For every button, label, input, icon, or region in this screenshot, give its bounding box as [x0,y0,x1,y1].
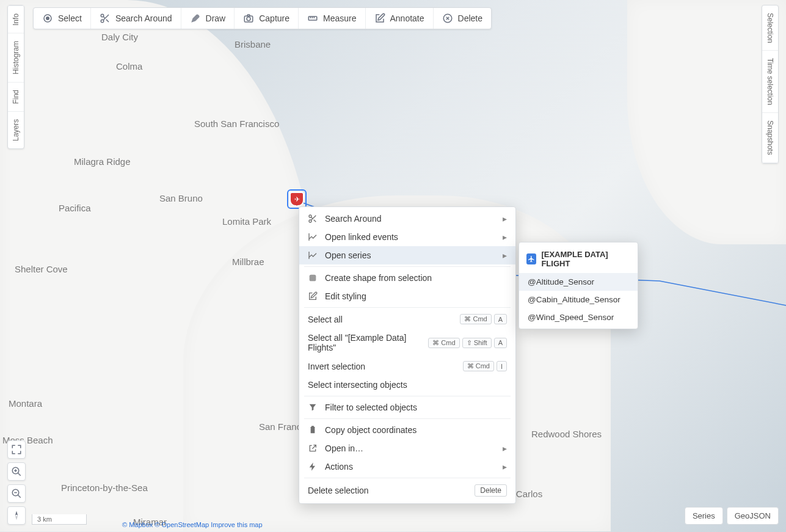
cm-label: Open series [325,250,371,260]
cm-label: Open in… [325,443,363,453]
toolbar-delete[interactable]: Delete [434,8,491,29]
fullscreen-button[interactable] [7,440,26,459]
shortcut: ⌘ Cmd⇧ ShiftA [428,338,507,348]
toolbar-draw[interactable]: Draw [181,8,235,29]
cm-label: Copy object coordinates [325,425,417,435]
cm-create-shape-from-selection[interactable]: Create shape from selection [299,269,515,287]
zoom-in-button[interactable] [7,462,26,481]
submenu-item[interactable]: @Wind_Speed_Sensor [519,308,638,326]
left-tab-info[interactable]: Info [8,5,24,33]
cm-label: Select all "[Example Data] Flights" [308,333,421,352]
br-geojson[interactable]: GeoJSON [727,507,779,525]
submenu-item[interactable]: @Cabin_Altitude_Sensor [519,291,638,308]
flight-icon [526,253,536,264]
svg-point-3 [101,20,104,23]
cm-select-all[interactable]: Select all⌘ CmdA [299,310,515,329]
toolbar-label: Annotate [390,13,424,23]
chevron-right-icon: ▸ [503,462,507,472]
cm-invert-selection[interactable]: Invert selection⌘ CmdI [299,357,515,376]
toolbar-label: Draw [206,13,226,23]
left-tab-histogram[interactable]: Histogram [8,33,24,82]
cm-select-all-example-data-flights-[interactable]: Select all "[Example Data] Flights"⌘ Cmd… [299,329,515,357]
svg-point-23 [309,215,311,217]
open-series-submenu: [EXAMPLE DATA] FLIGHT@Altitude_Sensor@Ca… [519,242,638,329]
svg-line-27 [311,217,313,219]
toolbar-label: Select [58,13,82,23]
cm-label: Search Around [325,214,382,224]
toolbar-measure[interactable]: Measure [299,8,365,29]
map-controls [7,440,26,525]
zoom-out-button[interactable] [7,484,26,503]
right-tab-snapshots[interactable]: Snapshots [762,113,778,163]
toolbar-search-around[interactable]: Search Around [91,8,181,29]
submenu-title: [EXAMPLE DATA] FLIGHT [541,250,630,268]
cm-label: Select all [308,315,453,324]
cm-label: Create shape from selection [325,273,432,283]
cm-open-in-[interactable]: Open in…▸ [299,439,515,457]
right-panel-tabs: SelectionTime selectionSnapshots [762,5,779,164]
chevron-right-icon: ▸ [503,443,507,453]
bottom-right-buttons: SeriesGeoJSON [685,507,779,525]
cm-select-intersecting-objects[interactable]: Select intersecting objects [299,376,515,394]
submenu-header: [EXAMPLE DATA] FLIGHT [519,245,638,273]
toolbar-label: Capture [259,13,289,23]
br-series[interactable]: Series [685,507,723,525]
main-toolbar: SelectSearch AroundDrawCaptureMeasureAnn… [33,7,492,29]
city-label: Brisbane [235,39,271,49]
cm-filter-to-selected-objects[interactable]: Filter to selected objects [299,398,515,417]
cm-label: Invert selection [308,362,456,371]
cm-actions[interactable]: Actions▸ [299,457,515,476]
svg-line-5 [106,20,109,22]
cm-label: Delete selection [308,486,467,495]
chevron-right-icon: ▸ [503,232,507,242]
svg-point-2 [101,14,104,17]
cm-delete-selection[interactable]: Delete selectionDelete [299,480,515,501]
left-tab-layers[interactable]: Layers [8,111,24,148]
cm-open-linked-events[interactable]: Open linked events▸ [299,228,515,246]
toolbar-capture[interactable]: Capture [235,8,299,29]
delete-key-button[interactable]: Delete [475,484,507,497]
compass-button[interactable] [7,506,26,525]
right-tab-time-selection[interactable]: Time selection [762,51,778,113]
toolbar-label: Delete [458,13,482,23]
cm-label: Filter to selected objects [325,403,417,412]
toolbar-label: Search Around [115,13,172,23]
svg-line-26 [314,220,316,222]
left-panel-tabs: InfoHistogramFindLayers [7,5,24,149]
cm-search-around[interactable]: Search Around▸ [299,210,515,228]
svg-line-17 [18,473,21,476]
cm-label: Edit styling [325,291,366,301]
svg-rect-29 [311,426,314,428]
toolbar-annotate[interactable]: Annotate [366,8,434,29]
cm-label: Actions [325,462,353,472]
submenu-item[interactable]: @Altitude_Sensor [519,273,638,291]
context-menu: Search Around▸Open linked events▸Open se… [299,206,516,504]
toolbar-select[interactable]: Select [34,8,91,29]
scale-bar: 3 km [32,514,87,525]
right-tab-selection[interactable]: Selection [762,5,778,51]
shortcut: ⌘ CmdI [463,361,507,371]
svg-point-8 [247,17,250,21]
shortcut: ⌘ CmdA [460,314,507,324]
svg-point-24 [309,220,311,222]
svg-line-21 [18,495,21,498]
chevron-right-icon: ▸ [503,214,507,224]
left-tab-find[interactable]: Find [8,82,24,111]
chevron-right-icon: ▸ [503,250,507,260]
cm-edit-styling[interactable]: Edit styling [299,287,515,305]
cm-open-series[interactable]: Open series▸ [299,246,515,264]
cm-copy-object-coordinates[interactable]: Copy object coordinates [299,421,515,439]
svg-point-1 [46,17,49,20]
svg-line-6 [103,16,105,18]
map-attribution[interactable]: © Mapbox © OpenStreetMap Improve this ma… [122,521,263,528]
toolbar-label: Measure [323,13,356,23]
cm-label: Open linked events [325,232,398,242]
cm-label: Select intersecting objects [308,380,507,390]
svg-rect-28 [311,427,315,434]
